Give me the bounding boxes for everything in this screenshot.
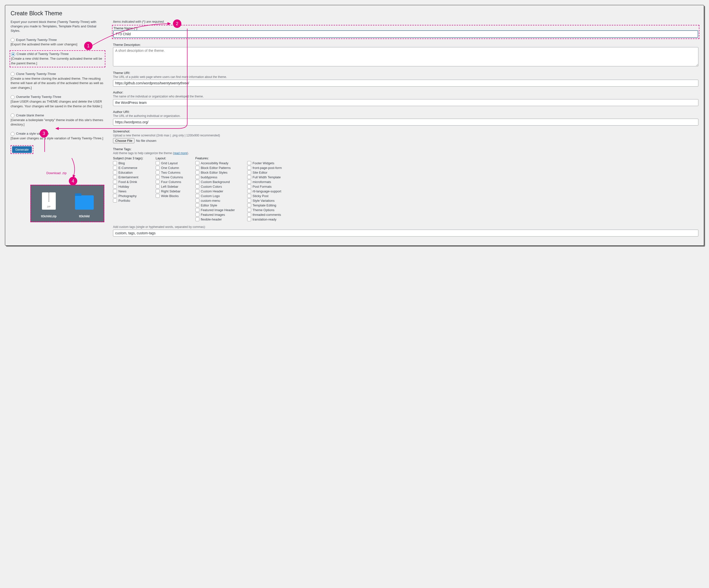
tag-checkbox-row[interactable]: buddypress [195, 175, 235, 179]
checkbox-icon[interactable] [195, 194, 199, 198]
tag-checkbox-row[interactable]: Custom Background [195, 180, 235, 184]
checkbox-icon[interactable] [195, 161, 199, 165]
radio-option-1[interactable] [11, 52, 15, 56]
theme-uri-input[interactable] [113, 80, 699, 86]
checkbox-icon[interactable] [156, 189, 160, 193]
checkbox-icon[interactable] [113, 198, 117, 203]
radio-option-4[interactable] [10, 113, 15, 117]
tag-checkbox-row[interactable]: Post Formats [247, 185, 282, 188]
tag-checkbox-row[interactable]: Accessibility Ready [195, 161, 235, 165]
tag-checkbox-row[interactable]: threaded-comments [247, 213, 282, 217]
tag-checkbox-row[interactable]: microformats [247, 180, 282, 184]
tag-checkbox-row[interactable]: Custom Colors [195, 185, 235, 188]
tag-checkbox-row[interactable]: front-page-post-form [247, 166, 282, 170]
tag-checkbox-row[interactable]: Entertainment [113, 175, 143, 179]
tag-checkbox-row[interactable]: Blog [113, 161, 143, 165]
tag-checkbox-row[interactable]: Left Sidebar [156, 185, 183, 188]
checkbox-icon[interactable] [113, 189, 117, 193]
radio-option-2[interactable] [10, 72, 15, 76]
tag-checkbox-row[interactable]: Footer Widgets [247, 161, 282, 165]
checkbox-icon[interactable] [113, 166, 117, 170]
checkbox-icon[interactable] [195, 203, 199, 207]
tag-checkbox-row[interactable]: News [113, 189, 143, 193]
tag-checkbox-row[interactable]: Four Columns [156, 180, 183, 184]
checkbox-icon[interactable] [195, 185, 199, 188]
tag-checkbox-row[interactable]: Style Variations [247, 198, 282, 203]
generate-button[interactable]: Generate [12, 146, 32, 153]
checkbox-icon[interactable] [247, 217, 251, 221]
theme-name-input[interactable] [113, 31, 698, 37]
checkbox-icon[interactable] [156, 161, 160, 165]
checkbox-icon[interactable] [195, 217, 199, 221]
tag-checkbox-row[interactable]: Editor Style [195, 203, 235, 207]
tag-checkbox-row[interactable]: Featured Image Header [195, 208, 235, 212]
checkbox-icon[interactable] [156, 175, 160, 179]
checkbox-icon[interactable] [156, 170, 160, 175]
checkbox-icon[interactable] [156, 194, 160, 198]
tag-checkbox-row[interactable]: One Column [156, 166, 183, 170]
checkbox-icon[interactable] [113, 170, 117, 175]
tag-checkbox-row[interactable]: Photography [113, 194, 143, 198]
choose-file-button[interactable]: Choose File [113, 138, 134, 143]
checkbox-icon[interactable] [195, 175, 199, 179]
zip-file[interactable]: ZIP tt3child.zip [41, 192, 56, 218]
checkbox-icon[interactable] [156, 185, 160, 188]
checkbox-icon[interactable] [195, 189, 199, 193]
checkbox-icon[interactable] [195, 170, 199, 175]
tag-checkbox-row[interactable]: flexible-header [195, 217, 235, 221]
checkbox-icon[interactable] [195, 213, 199, 217]
tag-checkbox-row[interactable]: E-Commerce [113, 166, 143, 170]
checkbox-icon[interactable] [247, 194, 251, 198]
tag-checkbox-row[interactable]: Template Editing [247, 203, 282, 207]
checkbox-icon[interactable] [247, 213, 251, 217]
checkbox-icon[interactable] [247, 189, 251, 193]
checkbox-icon[interactable] [156, 166, 160, 170]
theme-desc-input[interactable] [113, 47, 699, 66]
checkbox-icon[interactable] [113, 161, 117, 165]
checkbox-icon[interactable] [247, 203, 251, 207]
tag-checkbox-row[interactable]: Right Sidebar [156, 189, 183, 193]
tag-checkbox-row[interactable]: Full Width Template [247, 175, 282, 179]
checkbox-icon[interactable] [113, 180, 117, 184]
checkbox-icon[interactable] [247, 166, 251, 170]
tag-checkbox-row[interactable]: rtl-language-support [247, 189, 282, 193]
checkbox-icon[interactable] [195, 198, 199, 203]
checkbox-icon[interactable] [195, 180, 199, 184]
option-label-text[interactable]: Overwrite Twenty Twenty-Three [16, 95, 61, 99]
checkbox-icon[interactable] [247, 198, 251, 203]
checkbox-icon[interactable] [113, 185, 117, 188]
tag-checkbox-row[interactable]: Two Columns [156, 170, 183, 175]
tag-checkbox-row[interactable]: Custom Logo [195, 194, 235, 198]
checkbox-icon[interactable] [195, 208, 199, 212]
tag-checkbox-row[interactable]: Block Editor Styles [195, 170, 235, 175]
option-label-text[interactable]: Clone Twenty Twenty-Three [16, 72, 56, 77]
checkbox-icon[interactable] [247, 185, 251, 188]
radio-option-0[interactable] [10, 38, 15, 42]
custom-tags-input[interactable] [113, 230, 699, 237]
tag-checkbox-row[interactable]: Grid Layout [156, 161, 183, 165]
checkbox-icon[interactable] [247, 180, 251, 184]
tag-checkbox-row[interactable]: Sticky Post [247, 194, 282, 198]
checkbox-icon[interactable] [113, 194, 117, 198]
checkbox-icon[interactable] [247, 170, 251, 175]
read-more-link[interactable]: read more [174, 152, 187, 155]
option-label-text[interactable]: Export Twenty Twenty-Three [16, 38, 57, 43]
tag-checkbox-row[interactable]: Block Editor Patterns [195, 166, 235, 170]
option-label-text[interactable]: Create blank theme [16, 113, 44, 118]
tag-checkbox-row[interactable]: Site Editor [247, 170, 282, 175]
checkbox-icon[interactable] [247, 161, 251, 165]
checkbox-icon[interactable] [247, 175, 251, 179]
tag-checkbox-row[interactable]: Portfolio [113, 198, 143, 203]
author-input[interactable] [113, 99, 699, 106]
tag-checkbox-row[interactable]: custom-menu [195, 198, 235, 203]
tag-checkbox-row[interactable]: Custom Header [195, 189, 235, 193]
tag-checkbox-row[interactable]: Three Columns [156, 175, 183, 179]
author-uri-input[interactable] [113, 118, 699, 126]
option-label-text[interactable]: Create child of Twenty Twenty-Three [17, 52, 69, 56]
checkbox-icon[interactable] [247, 208, 251, 212]
tag-checkbox-row[interactable]: translation-ready [247, 217, 282, 221]
checkbox-icon[interactable] [195, 166, 199, 170]
tag-checkbox-row[interactable]: Food & Drink [113, 180, 143, 184]
checkbox-icon[interactable] [113, 175, 117, 179]
folder-file[interactable]: tt3child [75, 192, 94, 218]
